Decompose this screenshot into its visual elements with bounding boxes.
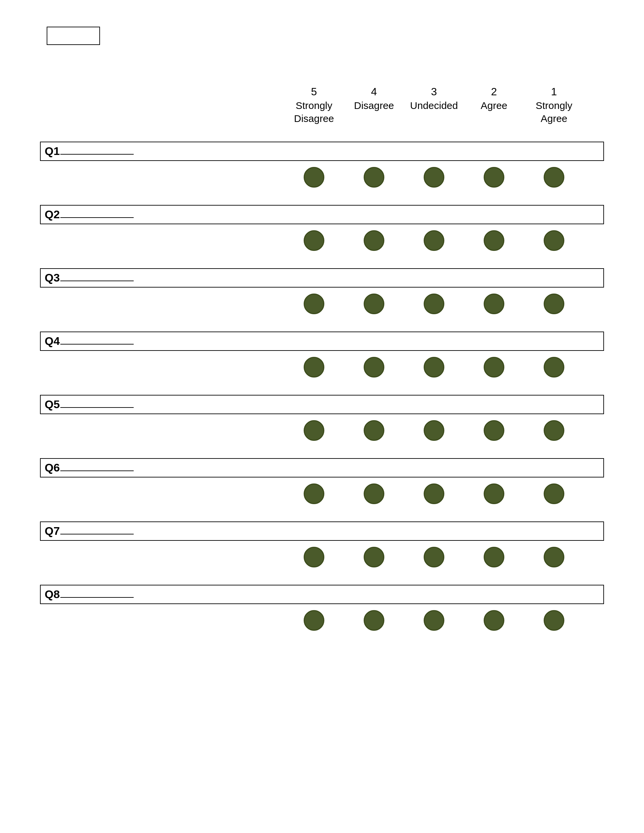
circle-q7-4[interactable] (484, 547, 504, 568)
option-cell-q1-1 (284, 167, 344, 188)
option-cell-q2-5 (524, 230, 584, 251)
question-underline-q4 (60, 338, 134, 344)
circle-q2-4[interactable] (484, 230, 504, 251)
participant-section (40, 27, 604, 45)
option-cell-q4-2 (344, 357, 404, 378)
option-cell-q7-3 (404, 547, 464, 568)
circle-q5-3[interactable] (423, 420, 444, 441)
option-cell-q1-4 (464, 167, 524, 188)
participant-input[interactable] (47, 27, 100, 45)
option-cell-q7-4 (464, 547, 524, 568)
questions-section: Q1Q2Q3Q4Q5Q6Q7Q8 (40, 142, 604, 648)
option-cell-q8-1 (284, 610, 344, 631)
option-cell-q1-2 (344, 167, 404, 188)
question-box-q4: Q4 (40, 331, 604, 351)
scale-label-1: Strongly Disagree (294, 100, 334, 124)
option-cell-q3-4 (464, 294, 524, 314)
option-cell-q8-2 (344, 610, 404, 631)
question-box-q8: Q8 (40, 585, 604, 604)
circle-q5-5[interactable] (544, 420, 564, 441)
circle-q1-1[interactable] (304, 167, 324, 188)
options-row-q1 (40, 167, 604, 188)
option-cell-q2-2 (344, 230, 404, 251)
question-row-q2: Q2 (40, 205, 604, 258)
option-cell-q3-2 (344, 294, 404, 314)
circle-q1-3[interactable] (423, 167, 444, 188)
circle-q6-2[interactable] (364, 484, 384, 504)
option-cell-q2-3 (404, 230, 464, 251)
question-label-q6: Q6 (45, 461, 60, 474)
circle-q7-1[interactable] (304, 547, 324, 568)
question-row-q4: Q4 (40, 331, 604, 385)
question-row-q5: Q5 (40, 395, 604, 448)
circle-q7-2[interactable] (364, 547, 384, 568)
circle-q8-4[interactable] (484, 610, 504, 631)
scale-label-5: Strongly Agree (536, 100, 572, 124)
circle-q4-3[interactable] (423, 357, 444, 378)
circle-q3-4[interactable] (484, 294, 504, 314)
circle-q8-1[interactable] (304, 610, 324, 631)
options-row-q2 (40, 230, 604, 251)
circle-q8-5[interactable] (544, 610, 564, 631)
option-cell-q7-2 (344, 547, 404, 568)
question-row-q3: Q3 (40, 268, 604, 322)
option-cell-q3-5 (524, 294, 584, 314)
circle-q1-5[interactable] (544, 167, 564, 188)
circle-q1-4[interactable] (484, 167, 504, 188)
scale-num-2: 4 (344, 85, 404, 99)
options-row-q6 (40, 484, 604, 504)
option-cell-q4-3 (404, 357, 464, 378)
circle-q6-1[interactable] (304, 484, 324, 504)
circle-q3-1[interactable] (304, 294, 324, 314)
circle-q5-4[interactable] (484, 420, 504, 441)
circle-q6-3[interactable] (423, 484, 444, 504)
option-cell-q8-4 (464, 610, 524, 631)
circle-q1-2[interactable] (364, 167, 384, 188)
circle-q7-5[interactable] (544, 547, 564, 568)
question-box-q6: Q6 (40, 458, 604, 478)
circle-q5-1[interactable] (304, 420, 324, 441)
option-cell-q7-5 (524, 547, 584, 568)
circle-q8-2[interactable] (364, 610, 384, 631)
question-underline-q7 (60, 528, 134, 534)
circle-q4-1[interactable] (304, 357, 324, 378)
question-label-q2: Q2 (45, 208, 60, 221)
scale-num-4: 2 (464, 85, 524, 99)
question-underline-q2 (60, 211, 134, 218)
question-box-q1: Q1 (40, 142, 604, 161)
circle-q3-2[interactable] (364, 294, 384, 314)
circle-q6-4[interactable] (484, 484, 504, 504)
option-cell-q4-5 (524, 357, 584, 378)
option-cell-q7-1 (284, 547, 344, 568)
question-row-q7: Q7 (40, 521, 604, 575)
scale-col-3: 3Undecided (404, 85, 464, 125)
scale-col-2: 4Disagree (344, 85, 404, 125)
circle-q2-3[interactable] (423, 230, 444, 251)
option-cell-q3-1 (284, 294, 344, 314)
circle-q6-5[interactable] (544, 484, 564, 504)
question-underline-q3 (60, 275, 134, 281)
question-underline-q5 (60, 401, 134, 408)
scale-label-3: Undecided (410, 100, 458, 111)
circle-q7-3[interactable] (423, 547, 444, 568)
scale-num-5: 1 (524, 85, 584, 99)
circle-q4-2[interactable] (364, 357, 384, 378)
scale-col-1: 5Strongly Disagree (284, 85, 344, 125)
options-row-q3 (40, 294, 604, 314)
scale-label-2: Disagree (354, 100, 394, 111)
circle-q8-3[interactable] (423, 610, 444, 631)
circle-q5-2[interactable] (364, 420, 384, 441)
scale-col-4: 2Agree (464, 85, 524, 125)
circle-q2-1[interactable] (304, 230, 324, 251)
option-cell-q6-3 (404, 484, 464, 504)
option-cell-q1-3 (404, 167, 464, 188)
circle-q4-4[interactable] (484, 357, 504, 378)
circle-q3-5[interactable] (544, 294, 564, 314)
options-row-q7 (40, 547, 604, 568)
circle-q4-5[interactable] (544, 357, 564, 378)
circle-q2-2[interactable] (364, 230, 384, 251)
circle-q3-3[interactable] (423, 294, 444, 314)
question-label-q4: Q4 (45, 334, 60, 347)
option-cell-q5-5 (524, 420, 584, 441)
circle-q2-5[interactable] (544, 230, 564, 251)
